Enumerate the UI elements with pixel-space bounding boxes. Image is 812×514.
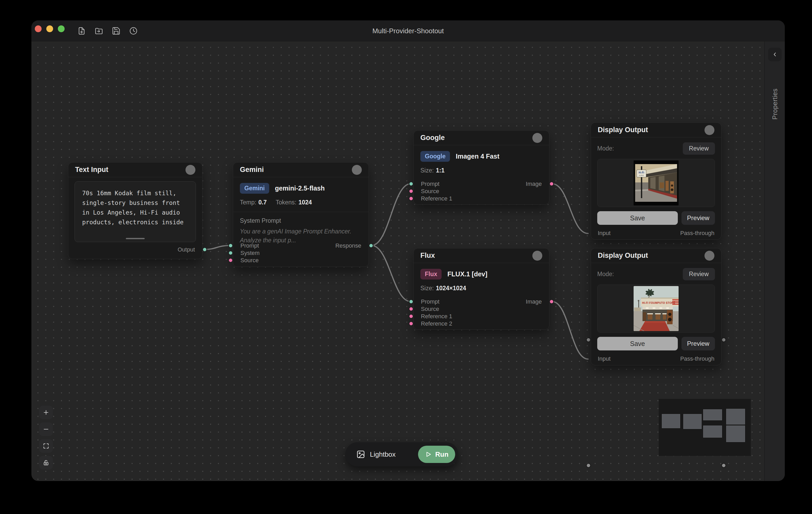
zoom-controls bbox=[39, 406, 53, 469]
review-button[interactable]: Review bbox=[683, 142, 715, 155]
port-system[interactable]: System bbox=[233, 249, 369, 257]
node-toggle[interactable] bbox=[532, 251, 542, 261]
port-label: Image bbox=[526, 180, 542, 188]
port-reference-1[interactable]: Reference 1 bbox=[413, 195, 549, 202]
output-port-dot[interactable] bbox=[202, 247, 207, 252]
node-google[interactable]: Google Google Imagen 4 Fast Size:1:1 Pro… bbox=[413, 130, 549, 205]
size-label: Size: bbox=[420, 167, 434, 174]
port-output[interactable]: Output bbox=[68, 246, 202, 253]
port-label: System bbox=[240, 250, 260, 256]
size-param[interactable]: Size:1024×1024 bbox=[420, 285, 466, 292]
wire-google-to-display1 bbox=[552, 184, 588, 233]
save-button[interactable]: Save bbox=[597, 211, 678, 225]
input-port-dot[interactable] bbox=[228, 243, 233, 248]
port-label: Image bbox=[526, 298, 542, 305]
zoom-out-button[interactable] bbox=[39, 422, 53, 436]
minimap-node bbox=[662, 414, 680, 428]
node-toggle[interactable] bbox=[532, 133, 542, 143]
expand-properties-button[interactable] bbox=[768, 48, 782, 61]
passthrough-port-dot[interactable] bbox=[721, 463, 726, 468]
prompt-textarea[interactable]: 70s 16mm Kodak film still, single-story … bbox=[75, 181, 196, 242]
port-source[interactable]: Source bbox=[413, 188, 549, 195]
mode-label: Mode: bbox=[597, 145, 614, 152]
output-port-dot[interactable] bbox=[549, 299, 554, 304]
port-label: Reference 2 bbox=[421, 320, 452, 327]
output-port-dot[interactable] bbox=[369, 243, 374, 248]
minimap-node bbox=[726, 409, 745, 425]
node-display-output-1[interactable]: Display Output Mode: Review bbox=[591, 122, 722, 240]
port-response[interactable]: Response bbox=[233, 242, 369, 249]
tokens-label: Tokens: bbox=[276, 199, 296, 206]
input-port-dot[interactable] bbox=[409, 321, 413, 326]
fit-view-button[interactable] bbox=[39, 439, 53, 453]
wire-gemini-to-flux bbox=[372, 246, 411, 302]
properties-panel-label: Properties bbox=[771, 88, 779, 120]
app-window: Multi-Provider-Shootout Text Input 70s 1… bbox=[31, 21, 785, 481]
titlebar[interactable]: Multi-Provider-Shootout bbox=[31, 21, 785, 41]
review-button[interactable]: Review bbox=[683, 268, 715, 280]
tokens-param[interactable]: Tokens:1024 bbox=[276, 199, 312, 206]
node-gemini[interactable]: Gemini Gemini gemini-2.5-flash Temp:0.7 … bbox=[233, 162, 369, 267]
model-name[interactable]: gemini-2.5-flash bbox=[275, 184, 325, 192]
input-port-dot[interactable] bbox=[409, 181, 413, 186]
node-toggle[interactable] bbox=[704, 251, 715, 261]
temp-param[interactable]: Temp:0.7 bbox=[240, 199, 267, 206]
size-param[interactable]: Size:1:1 bbox=[420, 167, 444, 174]
size-label: Size: bbox=[420, 285, 434, 291]
minimap-node bbox=[703, 409, 722, 420]
input-port-dot[interactable] bbox=[409, 299, 413, 304]
input-port-dot[interactable] bbox=[586, 463, 591, 468]
port-image[interactable]: Image bbox=[413, 298, 549, 306]
model-name[interactable]: Imagen 4 Fast bbox=[456, 152, 499, 160]
input-port-dot[interactable] bbox=[409, 196, 413, 201]
output-image-frame[interactable]: HI-FI FOUMPUTO STORE bbox=[597, 284, 715, 333]
port-source[interactable]: Source bbox=[233, 257, 369, 264]
preview-button[interactable]: Preview bbox=[682, 211, 715, 225]
input-port-dot[interactable] bbox=[409, 314, 413, 319]
passthrough-port-label: Pass-through bbox=[680, 230, 715, 236]
minimap-node bbox=[703, 426, 722, 437]
node-title: Display Output bbox=[598, 252, 648, 260]
run-label: Run bbox=[435, 450, 448, 458]
minimap[interactable] bbox=[659, 399, 751, 456]
node-display-output-2[interactable]: Display Output Mode: Review bbox=[591, 248, 722, 365]
passthrough-port-dot[interactable] bbox=[721, 337, 726, 342]
output-image-storefront-1: H-Fi AUDIO bbox=[634, 161, 678, 205]
port-label: Response bbox=[336, 242, 361, 249]
preview-button[interactable]: Preview bbox=[682, 337, 715, 350]
minimap-node bbox=[726, 426, 745, 442]
port-label: Reference 1 bbox=[421, 313, 452, 320]
temp-value: 0.7 bbox=[258, 199, 267, 206]
save-button[interactable]: Save bbox=[597, 337, 678, 350]
port-label: Output bbox=[178, 246, 195, 253]
temp-label: Temp: bbox=[240, 199, 256, 206]
provider-badge: Flux bbox=[420, 269, 442, 280]
input-port-dot[interactable] bbox=[586, 337, 591, 342]
port-source[interactable]: Source bbox=[413, 306, 549, 313]
system-prompt-label: System Prompt bbox=[240, 217, 362, 224]
lock-button[interactable] bbox=[39, 456, 53, 469]
output-port-dot[interactable] bbox=[549, 181, 554, 186]
lightbox-button[interactable]: Lightbox bbox=[356, 450, 396, 459]
size-value: 1:1 bbox=[436, 167, 444, 174]
input-port-dot[interactable] bbox=[228, 251, 233, 255]
node-toggle[interactable] bbox=[704, 125, 715, 135]
port-reference-2[interactable]: Reference 2 bbox=[413, 320, 549, 327]
node-toggle[interactable] bbox=[352, 165, 362, 175]
port-reference-1[interactable]: Reference 1 bbox=[413, 313, 549, 320]
zoom-in-button[interactable] bbox=[39, 406, 53, 419]
port-image[interactable]: Image bbox=[413, 180, 549, 188]
input-port-dot[interactable] bbox=[409, 307, 413, 311]
run-button[interactable]: Run bbox=[418, 446, 455, 463]
port-label: Source bbox=[240, 257, 259, 264]
wire-textinput-to-gemini bbox=[205, 246, 230, 249]
provider-badge: Google bbox=[420, 151, 450, 162]
input-port-dot[interactable] bbox=[409, 189, 413, 194]
node-toggle[interactable] bbox=[185, 165, 196, 175]
node-flux[interactable]: Flux Flux FLUX.1 [dev] Size:1024×1024 Pr… bbox=[413, 248, 549, 330]
output-image-frame[interactable]: H-Fi AUDIO bbox=[597, 159, 715, 207]
input-port-dot[interactable] bbox=[228, 258, 233, 263]
resize-handle[interactable] bbox=[126, 238, 145, 239]
node-text-input[interactable]: Text Input 70s 16mm Kodak film still, si… bbox=[68, 162, 202, 259]
model-name[interactable]: FLUX.1 [dev] bbox=[447, 270, 487, 278]
